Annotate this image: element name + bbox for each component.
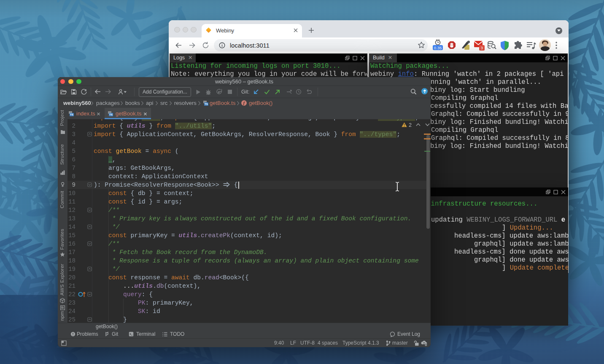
svg-text:?: ?: [423, 341, 425, 345]
svg-text:3: 3: [481, 46, 483, 50]
svg-text:0.35: 0.35: [434, 46, 442, 50]
svg-text:TS: TS: [109, 113, 113, 116]
svg-text:TS: TS: [205, 102, 208, 105]
svg-text:TS: TS: [70, 113, 73, 116]
